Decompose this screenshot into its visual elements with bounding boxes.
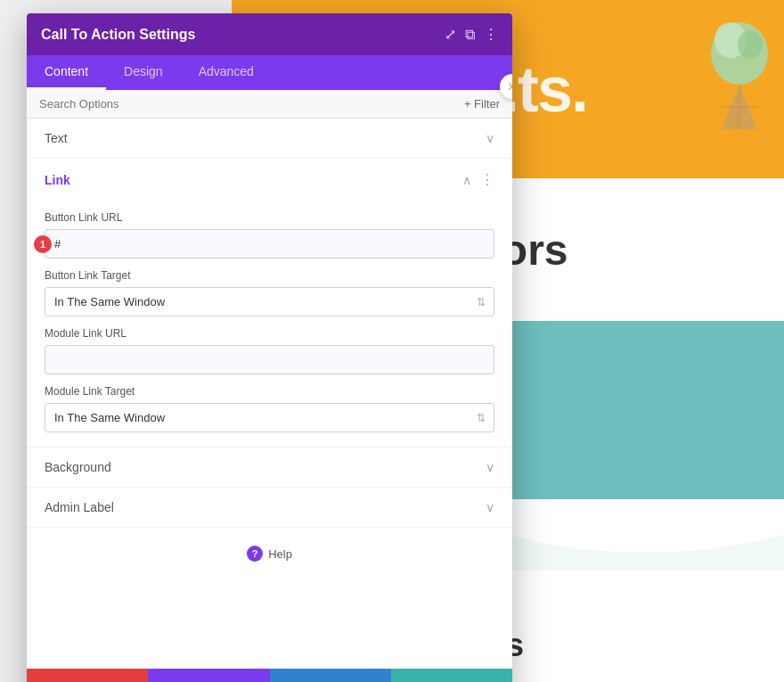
module-link-target-label: Module Link Target bbox=[45, 385, 494, 398]
help-section: ? Help bbox=[27, 528, 512, 579]
button-link-target-label: Button Link Target bbox=[45, 269, 494, 282]
admin-label-chevron-icon: ∨ bbox=[486, 500, 494, 514]
module-link-target-wrapper: In The Same Window In The New Window bbox=[45, 403, 494, 432]
expand-icon[interactable]: ⤢ bbox=[445, 26, 456, 43]
tab-design[interactable]: Design bbox=[106, 55, 181, 90]
help-text[interactable]: Help bbox=[268, 547, 292, 561]
modal-panel: Call To Action Settings ⤢ ⧉ ⋮ ✕ Content … bbox=[27, 13, 512, 682]
cancel-button[interactable]: ✕ bbox=[27, 669, 148, 682]
search-bar: + Filter bbox=[27, 90, 512, 119]
text-section-row[interactable]: Text ∨ bbox=[27, 119, 512, 159]
module-link-target-select[interactable]: In The Same Window In The New Window bbox=[45, 403, 494, 432]
header-icons: ⤢ ⧉ ⋮ bbox=[445, 26, 498, 43]
confirm-button[interactable]: ✓ bbox=[391, 669, 512, 682]
filter-button[interactable]: + Filter bbox=[464, 97, 500, 111]
button-link-target-select[interactable]: In The Same Window In The New Window bbox=[45, 287, 494, 316]
button-link-url-wrapper: 1 bbox=[45, 229, 494, 259]
admin-label-section-row[interactable]: Admin Label ∨ bbox=[27, 488, 512, 528]
modal-footer: ✕ ↺ ↻ ✓ bbox=[27, 669, 512, 682]
modal-title: Call To Action Settings bbox=[41, 27, 195, 43]
redo-button[interactable]: ↻ bbox=[270, 669, 391, 682]
more-icon[interactable]: ⋮ bbox=[484, 26, 498, 43]
admin-label-section-label: Admin Label bbox=[45, 500, 114, 514]
ice-cream-image bbox=[704, 9, 775, 134]
undo-button[interactable]: ↺ bbox=[148, 669, 269, 682]
link-section-header[interactable]: Link ∧ ⋮ bbox=[27, 159, 512, 201]
tab-content[interactable]: Content bbox=[27, 55, 106, 90]
background-section-row[interactable]: Background ∨ bbox=[27, 448, 512, 488]
modal-header: Call To Action Settings ⤢ ⧉ ⋮ bbox=[27, 13, 512, 55]
link-section-title: Link bbox=[45, 173, 70, 187]
modal-content: Text ∨ Link ∧ ⋮ Button Link URL 1 B bbox=[27, 119, 512, 669]
bottom-spacer bbox=[27, 579, 512, 669]
help-icon: ? bbox=[247, 546, 263, 562]
background-chevron-icon: ∨ bbox=[486, 460, 494, 474]
link-section-content: Button Link URL 1 Button Link Target In … bbox=[27, 211, 512, 447]
button-link-target-wrapper: In The Same Window In The New Window bbox=[45, 287, 494, 316]
module-link-url-input[interactable] bbox=[45, 345, 494, 374]
link-collapse-icon[interactable]: ∧ bbox=[462, 173, 471, 187]
duplicate-icon[interactable]: ⧉ bbox=[465, 27, 475, 43]
link-header-icons: ∧ ⋮ bbox=[462, 171, 494, 188]
svg-point-2 bbox=[738, 30, 763, 59]
search-input[interactable] bbox=[39, 97, 464, 111]
modal-tabs: Content Design Advanced bbox=[27, 55, 512, 90]
button-link-url-input[interactable] bbox=[45, 229, 494, 259]
text-chevron-icon: ∨ bbox=[486, 131, 494, 145]
text-section-label: Text bbox=[45, 131, 68, 145]
link-more-icon[interactable]: ⋮ bbox=[480, 171, 494, 188]
module-link-url-label: Module Link URL bbox=[45, 327, 494, 340]
link-section: Link ∧ ⋮ Button Link URL 1 Button Link T… bbox=[27, 159, 512, 448]
tab-advanced[interactable]: Advanced bbox=[181, 55, 272, 90]
background-section-label: Background bbox=[45, 460, 111, 474]
button-link-url-label: Button Link URL bbox=[45, 211, 494, 224]
badge-number: 1 bbox=[34, 235, 52, 253]
